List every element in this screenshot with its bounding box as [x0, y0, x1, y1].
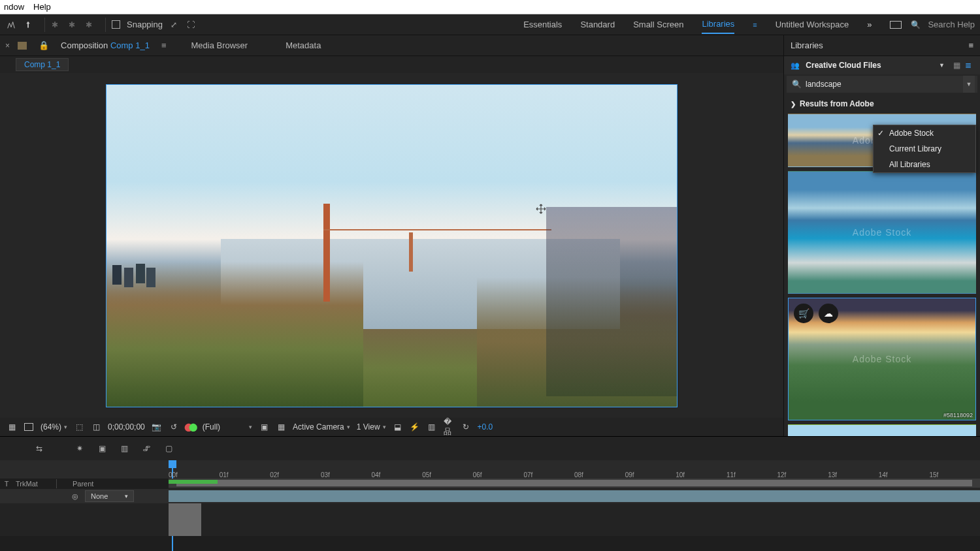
shy-icon[interactable]: ⇆	[33, 443, 46, 454]
workspace-tabs: Essentials Standard Small Screen Librari…	[523, 15, 909, 34]
col-trkmat: TrkMat	[13, 480, 52, 488]
comp-breadcrumb[interactable]: Comp 1_1	[16, 58, 69, 71]
composition-viewer[interactable]	[0, 73, 783, 418]
visibility-icon[interactable]: ◎	[72, 492, 78, 501]
layer-clip[interactable]	[169, 490, 980, 502]
monitor-icon[interactable]	[24, 422, 34, 432]
brainstorm-icon[interactable]: 🖇	[140, 443, 153, 454]
workspace-small-screen[interactable]: Small Screen	[633, 20, 683, 29]
snapping-label[interactable]: Snapping	[127, 20, 163, 29]
library-search-input[interactable]: landscape	[806, 80, 841, 89]
pin-tool-icon[interactable]	[22, 19, 34, 31]
timeline-ruler[interactable]: 00f01f02f03f04f05f06f07f08f09f10f11f12f1…	[169, 460, 980, 479]
zoom-dropdown[interactable]: (64%)▾	[41, 422, 67, 432]
timeline-panel: ⇆ ✷ ▣ ▥ 🖇 ▢ 00f01f02f03f04f05f06f07f08f0…	[0, 436, 980, 551]
library-search[interactable]: 🔍 landscape ▼	[787, 76, 977, 93]
render-icon[interactable]: ▢	[162, 443, 175, 454]
scope-all-libraries[interactable]: All Libraries	[874, 157, 975, 172]
snap-edge-icon[interactable]: ⤢	[168, 19, 180, 31]
snapshot-icon[interactable]: 📷	[152, 422, 162, 432]
sync-settings-icon[interactable]	[890, 19, 902, 31]
panel-menu-icon[interactable]: ≡	[161, 40, 167, 50]
timeline-icon[interactable]: ▥	[427, 422, 437, 432]
download-button[interactable]: ☁	[819, 304, 838, 323]
ruler-tick: 08f	[574, 471, 583, 479]
ruler-tick: 10f	[676, 471, 685, 479]
media-browser-tab[interactable]: Media Browser	[191, 40, 248, 50]
timeline-scrollbar[interactable]	[176, 480, 972, 486]
reset-exposure-icon[interactable]: ↻	[461, 422, 471, 432]
metadata-tab[interactable]: Metadata	[286, 40, 321, 50]
scope-current-library[interactable]: Current Library	[874, 141, 975, 157]
menu-window[interactable]: ndow	[4, 2, 24, 12]
scope-adobe-stock[interactable]: Adobe Stock	[874, 125, 975, 141]
results-header: Results from Adobe	[800, 99, 874, 108]
search-icon[interactable]: 🔍	[909, 19, 921, 31]
playhead[interactable]	[169, 460, 176, 468]
ruler-tick: 07f	[523, 471, 532, 479]
exposure-value[interactable]: +0.0	[478, 422, 493, 432]
watermark: Adobe Stock	[853, 354, 911, 364]
search-help-input[interactable]: Search Help	[928, 20, 975, 29]
libraries-title: Libraries	[791, 40, 823, 50]
resolution-icon[interactable]: ⬚	[74, 422, 84, 432]
col-t: T	[0, 480, 13, 488]
snap-grid-icon[interactable]: ⛶	[185, 19, 197, 31]
fast-preview-icon[interactable]: ⚡	[410, 422, 420, 432]
resolution-dropdown[interactable]: (Full)▾	[203, 422, 252, 432]
always-preview-icon[interactable]: ▦	[7, 422, 17, 432]
transparency-grid-icon[interactable]: ▣	[259, 422, 269, 432]
stock-thumb[interactable]: Adobe Stock	[788, 171, 976, 294]
drag-cursor-icon	[536, 204, 546, 214]
mask-icon[interactable]: ▦	[276, 422, 286, 432]
stock-id: #58118092	[943, 412, 973, 418]
drag-preview	[546, 207, 677, 396]
results-toggle-icon[interactable]: ❯	[791, 101, 796, 108]
roi-icon[interactable]: ◫	[91, 422, 101, 432]
people-icon: 👥	[791, 61, 800, 69]
lock-icon[interactable]: 🔒	[39, 40, 49, 50]
composition-tab-name[interactable]: Comp 1_1	[110, 40, 150, 50]
workspace-standard[interactable]: Standard	[580, 20, 615, 29]
home-tool-icon[interactable]	[5, 19, 17, 31]
add-to-cart-button[interactable]: 🛒	[794, 304, 813, 323]
workspace-overflow-icon[interactable]: »	[867, 20, 872, 29]
puppet3-icon: ✱	[83, 19, 95, 31]
close-tab-icon[interactable]: ×	[5, 41, 10, 50]
libraries-panel: Libraries ≡ 👥 Creative Cloud Files ▼ ▦ ≣…	[784, 35, 980, 436]
stock-thumb[interactable]: 🛒 ☁ Adobe Stock #58118092	[788, 298, 976, 420]
views-dropdown[interactable]: 1 View▾	[357, 422, 386, 432]
parent-dropdown[interactable]: None▾	[85, 490, 134, 502]
viewer-controls: ▦ (64%)▾ ⬚ ◫ 0;00;00;00 📷 ↺ ⬤⬤ (Full)▾ ▣…	[0, 418, 783, 436]
work-area-bar[interactable]	[169, 480, 218, 484]
graph-editor-icon[interactable]: ▥	[118, 443, 131, 454]
frame-blend-icon[interactable]: ✷	[73, 443, 86, 454]
libraries-panel-menu-icon[interactable]: ≡	[968, 40, 973, 50]
menu-help[interactable]: Help	[33, 2, 51, 12]
channel-icon[interactable]: ⬤⬤	[186, 422, 196, 432]
ruler-tick: 01f	[220, 471, 229, 479]
library-source-chevron-icon[interactable]: ▼	[939, 62, 945, 69]
camera-dropdown[interactable]: Active Camera▾	[293, 422, 350, 432]
layer-clip[interactable]	[169, 503, 201, 536]
motion-blur-icon[interactable]: ▣	[95, 443, 108, 454]
search-scope-dropdown[interactable]: ▼	[963, 76, 975, 93]
list-view-icon[interactable]: ≣	[963, 61, 973, 70]
composition-tab-label[interactable]: Composition	[61, 40, 108, 50]
timecode[interactable]: 0;00;00;00	[108, 422, 145, 432]
workspace-untitled[interactable]: Untitled Workspace	[776, 20, 849, 29]
puppet2-icon: ✱	[66, 19, 78, 31]
pixel-aspect-icon[interactable]: ⬓	[393, 422, 403, 432]
library-source-dropdown[interactable]: Creative Cloud Files	[806, 61, 881, 70]
workspace-menu-icon[interactable]: ≡	[753, 21, 757, 29]
show-snapshot-icon[interactable]: ↺	[169, 422, 179, 432]
top-toolbar: ✱ ✱ ✱ Snapping ⤢ ⛶ Essentials Standard S…	[0, 14, 980, 35]
ruler-tick: 05f	[422, 471, 431, 479]
stock-thumb[interactable]: Adobe Stock	[788, 424, 976, 436]
workspace-libraries[interactable]: Libraries	[702, 19, 734, 34]
snap-box-icon[interactable]	[110, 19, 122, 31]
grid-view-icon[interactable]: ▦	[951, 61, 962, 70]
flowchart-icon[interactable]: �品	[444, 422, 454, 432]
canvas[interactable]	[106, 84, 678, 407]
workspace-essentials[interactable]: Essentials	[523, 20, 562, 29]
